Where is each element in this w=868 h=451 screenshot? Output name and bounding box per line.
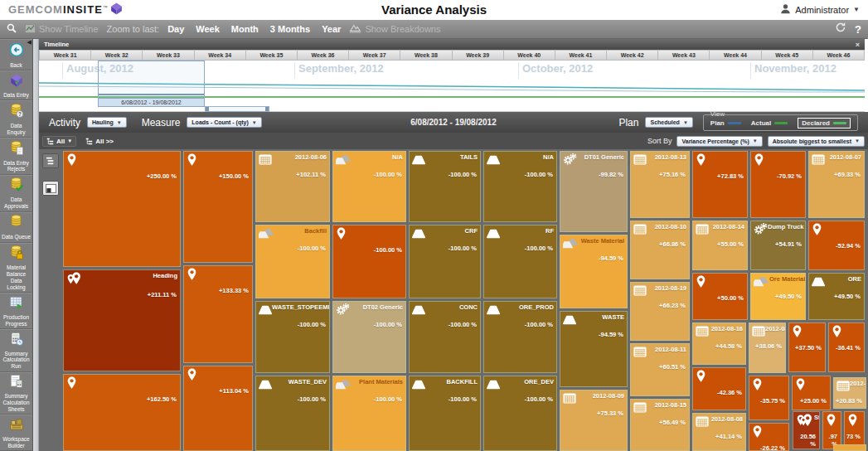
treemap-tile-2012-08-08[interactable]: 2012-08-08+41.14 % <box>692 413 746 451</box>
week-header-cell[interactable]: Week 36 <box>298 50 349 61</box>
sidebar-collapse-icon[interactable]: ◀ <box>27 39 32 46</box>
treemap-tile-2012-08-18[interactable]: 2012-08-18+38.06 % <box>749 322 786 373</box>
treemap-tile-ore[interactable]: ORE+49.50 % <box>808 273 865 320</box>
week-header-cell[interactable]: Week 43 <box>658 50 710 61</box>
week-header-cell[interactable]: Week 39 <box>453 50 504 61</box>
treemap-tile-ore-dev[interactable]: ORE_DEV-100.00 % <box>483 376 557 451</box>
refresh-icon[interactable] <box>835 22 846 36</box>
zoom-range-day[interactable]: Day <box>167 24 184 34</box>
treemap-tile-plant-materials[interactable]: Plant Materials-100.00 % <box>332 376 406 451</box>
sort-order-select[interactable]: Absolute biggest to smallest▼ <box>768 136 865 147</box>
sort-by-select[interactable]: Variance Percentage (%)▼ <box>676 136 762 147</box>
timeline-selection[interactable] <box>98 61 205 99</box>
sidebar-item-data-entry[interactable]: Data Entry <box>0 70 32 100</box>
treemap-tile[interactable]: +50.00 % <box>692 273 748 320</box>
treemap-tile[interactable]: +72.83 % <box>692 151 748 218</box>
treemap-tile[interactable]: -35.75 % <box>749 376 789 420</box>
treemap-tile-2012-08-16[interactable]: 2012-08-16+44.58 % <box>692 322 746 365</box>
treemap-tile[interactable]: -36.41 % <box>828 322 865 372</box>
week-header-cell[interactable]: Week 34 <box>195 50 246 61</box>
timeline-chart[interactable]: August, 2012September, 2012October, 2012… <box>39 61 865 112</box>
treemap-tile-conc[interactable]: CONC-100.00 % <box>409 301 481 373</box>
treemap-tile-waste-stopeempty[interactable]: WASTE_STOPEEMPTY-100.00 % <box>255 301 330 373</box>
treemap-tile-waste-material[interactable]: Waste Material-94.59 % <box>560 235 628 308</box>
treemap-tile[interactable]: -26.22 % <box>749 423 789 451</box>
treemap-tile-2012-08-10[interactable]: 2012-08-10+66.86 % <box>630 221 690 279</box>
treemap-tile[interactable]: +113.04 % <box>183 366 253 451</box>
treemap-tile-2012-08-07[interactable]: 2012-08-07+69.33 % <box>808 151 865 218</box>
slider-handle-left[interactable] <box>206 107 209 111</box>
week-header-cell[interactable]: Week 45 <box>762 50 813 61</box>
treemap-tile-2012-08-11[interactable]: 2012-08-11+60.51 % <box>630 343 690 396</box>
treemap-tile[interactable]: -42.36 % <box>692 367 746 410</box>
treemap-tile-2012-08-09[interactable]: 2012-08-09+75.33 % <box>560 390 628 451</box>
treemap-tile-waste-dev[interactable]: WASTE_DEV-100.00 % <box>255 376 330 451</box>
week-header-cell[interactable]: Week 40 <box>504 50 555 61</box>
help-button[interactable]: ? <box>855 23 861 36</box>
treemap-tile[interactable]: -100.00 % <box>332 225 406 298</box>
legend-item-plan[interactable]: Plan <box>710 118 741 129</box>
treemap-tile[interactable]: +150.00 % <box>183 151 253 263</box>
treemap-tile[interactable]: +162.50 % <box>63 374 181 451</box>
treemap-tile-2012-08-06[interactable]: 2012-08-06+102.11 % <box>255 151 330 222</box>
sidebar-item-data-entry-rejects[interactable]: Data Entry Rejects <box>0 138 32 175</box>
treemap-tile[interactable]: +133.33 % <box>183 265 253 363</box>
zoom-range-month[interactable]: Month <box>231 24 259 34</box>
sidebar-item-data-queue[interactable]: Data Queue <box>0 212 32 243</box>
treemap-hierarchy-button[interactable] <box>42 153 59 168</box>
week-header-cell[interactable]: Week 37 <box>349 50 400 61</box>
sidebar-item-production-progress[interactable]: Production Progress <box>0 293 32 329</box>
treemap-tile-backfill[interactable]: BACKFILL-100.00 % <box>409 376 481 451</box>
treemap-tile-tails[interactable]: TAILS-100.00 % <box>409 151 481 222</box>
hierarchy-breadcrumb[interactable]: All >> <box>81 136 118 147</box>
timeline-slider[interactable] <box>205 106 269 112</box>
sidebar-splitter[interactable] <box>33 39 39 451</box>
week-header-cell[interactable]: Week 32 <box>91 50 143 61</box>
treemap-tile[interactable]: +37.50 % <box>788 322 826 372</box>
treemap-tile-n-a[interactable]: N/A-100.00 % <box>332 151 406 222</box>
treemap-legend-toggle-button[interactable] <box>42 181 59 196</box>
treemap-tile-rf[interactable]: RF-100.00 % <box>483 225 557 298</box>
treemap-tile-dt01-generic[interactable]: DT01 Generic-99.82 % <box>560 151 628 232</box>
week-header-cell[interactable]: Week 42 <box>607 50 658 61</box>
treemap-tile-waste[interactable]: WASTE-94.59 % <box>560 311 628 387</box>
show-breakdowns-button[interactable]: Show Breakdowns <box>349 23 440 35</box>
sidebar-item-data-approvals[interactable]: Data Approvals <box>0 175 32 212</box>
search-icon[interactable] <box>7 22 17 36</box>
measure-select[interactable]: Loads - Count - (qty)▼ <box>187 117 261 128</box>
week-header-cell[interactable]: Week 44 <box>710 50 761 61</box>
slider-handle-right[interactable] <box>265 107 269 111</box>
week-header-cell[interactable]: Week 35 <box>246 50 298 61</box>
zoom-range-year[interactable]: Year <box>322 24 341 34</box>
week-header-cell[interactable]: Week 31 <box>39 50 91 61</box>
sidebar-item-data-enquiry[interactable]: ?Data Enquiry <box>0 100 32 138</box>
treemap-tile-ore-prod[interactable]: ORE_PROD-100.00 % <box>483 301 557 373</box>
user-menu[interactable]: Administrator ▼ <box>780 3 860 16</box>
treemap-tile-n-a[interactable]: N/A-100.00 % <box>483 151 557 222</box>
treemap-tile-2012-08-12[interactable]: 2012-08-12+20.83 % <box>833 377 866 409</box>
treemap-tile-crf[interactable]: CRF-100.00 % <box>409 225 481 298</box>
week-header-cell[interactable]: Week 33 <box>143 50 194 61</box>
treemap-tile-2012-08-19[interactable]: 2012-08-19+66.23 % <box>630 282 690 341</box>
sidebar-item-workspace-builder[interactable]: Workspace Builder <box>0 415 32 451</box>
week-header-cell[interactable]: Week 46 <box>813 50 865 61</box>
treemap-tile-heading[interactable]: Heading+211.11 % <box>63 269 181 371</box>
week-header-cell[interactable]: Week 38 <box>400 50 452 61</box>
legend-item-declared[interactable]: Declared <box>798 118 851 129</box>
sidebar-item-summary-calculation-run[interactable]: Summary Calculation Run <box>0 329 32 372</box>
activity-select[interactable]: Hauling▼ <box>87 117 127 128</box>
treemap-tile[interactable]: +25.00 % <box>792 376 831 410</box>
treemap-tile[interactable]: -70.92 % <box>750 151 806 218</box>
show-timeline-button[interactable]: Show Timeline <box>25 24 99 35</box>
treemap-tile-ore-material[interactable]: Ore Material+49.50 % <box>750 273 806 320</box>
treemap-tile-stope[interactable]: Stope20.56 % <box>793 411 820 449</box>
zoom-range-week[interactable]: Week <box>196 24 220 34</box>
treemap-tile[interactable]: +250.00 % <box>63 151 181 267</box>
plan-select[interactable]: Scheduled▼ <box>645 117 692 128</box>
zoom-range-3-months[interactable]: 3 Months <box>270 24 310 34</box>
treemap-tile-dt02-generic[interactable]: DT02 Generic-100.00 % <box>332 301 406 373</box>
week-header-cell[interactable]: Week 41 <box>555 50 607 61</box>
treemap-tile[interactable]: -52.94 % <box>808 221 865 270</box>
treemap-tile-2012-08-15[interactable]: 2012-08-15+56.49 % <box>630 399 690 451</box>
treemap-tile-dump-truck[interactable]: Dump Truck+54.91 % <box>750 221 806 270</box>
